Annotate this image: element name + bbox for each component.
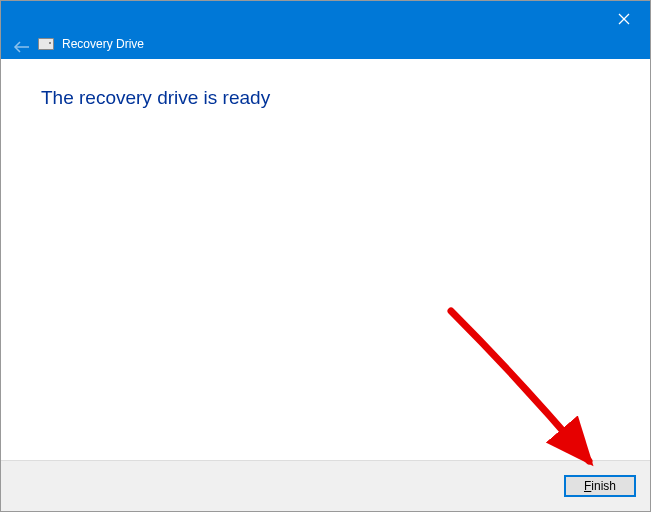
back-arrow-icon (13, 41, 31, 53)
finish-label-rest: inish (591, 479, 616, 493)
close-icon (618, 13, 630, 25)
window-title: Recovery Drive (62, 37, 144, 51)
finish-button[interactable]: Finish (564, 475, 636, 497)
close-button[interactable] (610, 9, 638, 29)
content-area: The recovery drive is ready (1, 59, 650, 461)
window-title-area: Recovery Drive (38, 37, 144, 51)
footer-bar: Finish (1, 460, 650, 511)
drive-icon (38, 38, 54, 50)
titlebar: Recovery Drive (1, 1, 650, 59)
back-button[interactable] (11, 39, 33, 55)
page-heading: The recovery drive is ready (41, 87, 610, 109)
